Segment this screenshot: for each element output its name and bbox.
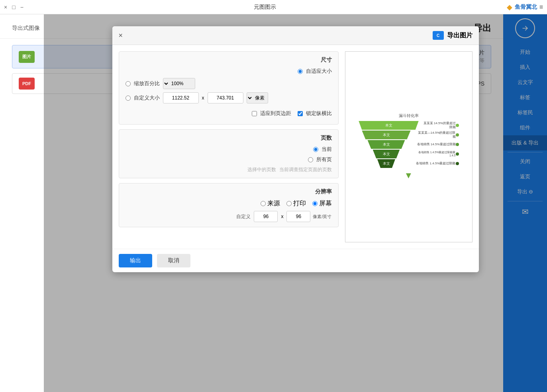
page-grey-text-1: 选择中的页数 (247, 166, 276, 173)
size-section: 尺寸 自适应大小 100% 50% 200% 缩放百分比 (119, 51, 339, 125)
funnel-label-4: 各地销售 1.4.5%量超过限额量 1.4.5 (416, 151, 456, 158)
funnel-label-2: 某某某—14.5%的量超过限额 (416, 131, 456, 138)
export-button[interactable]: 输出 (119, 254, 152, 267)
custom-size-label: 自定义大小 (134, 94, 160, 101)
title-bar: × □ − 元图图示 ◆ 鱼骨冀北 ≡ (0, 0, 547, 14)
dpi-custom-row: 像素/英寸 x 自定义 (125, 211, 332, 222)
current-page-row[interactable]: 当前 (125, 146, 332, 153)
modal-header: 导出图片 C × (112, 26, 479, 45)
all-pages-radio[interactable] (308, 157, 313, 162)
maximize-button[interactable]: □ (12, 4, 15, 10)
size-section-title: 尺寸 (125, 57, 332, 64)
lock-ratio-checkbox[interactable] (298, 111, 303, 116)
funnel-row-2: 某某某—14.5%的量超过限额 本文 (357, 131, 461, 139)
dpi-x-group: 像素/英寸 (286, 211, 331, 222)
funnel-chart: 某某某 14.5%的量超过限额 本文 某某某—14.5%的量超过限额 本文 (355, 121, 463, 181)
scale-input-row[interactable]: 100% 50% 200% 缩放百分比 (125, 78, 332, 89)
custom-dpi-label: 自定义 (236, 213, 251, 220)
funnel-dot-1 (456, 124, 459, 127)
screen-dpi-group[interactable]: 屏幕 (312, 199, 332, 208)
pixels-per-inch-label: 像素/英寸 (313, 214, 331, 220)
pdf-option-icon: PDF (19, 78, 35, 90)
dpi-y-group (254, 211, 278, 222)
logo-menu-icon[interactable]: ≡ (539, 4, 543, 11)
modal-title-icon: C (433, 31, 444, 40)
adaptive-size-row[interactable]: 自适应大小 (125, 68, 332, 75)
window-title: 元图图示 (24, 4, 507, 11)
pages-section: 页数 当前 所有页 当前调查指定页面的页数 选择中的页数 (119, 129, 339, 178)
modal-body: 漏斗转化率 某某某 14.5%的量超过限额 本文 (112, 45, 479, 249)
funnel-bar-wrap-5: 本文 (357, 159, 416, 168)
funnel-row-4: 各地销售 1.4.5%量超过限额量 1.4.5 本文 (357, 150, 461, 158)
lock-ratio-row[interactable]: 锁定纵横比 (298, 110, 332, 117)
dpi-section-title: 分辨率 (125, 188, 332, 195)
funnel-bar-1: 本文 (357, 121, 421, 130)
fit-margin-label: 适应到页边距 (260, 110, 291, 117)
funnel-bar-wrap-2: 本文 (357, 131, 416, 139)
checkbox-group: 锁定纵横比 适应到页边距 (125, 110, 332, 119)
minimize-button[interactable]: − (20, 4, 24, 10)
all-pages-row[interactable]: 所有页 (125, 156, 332, 163)
logo-text: 鱼骨冀北 (515, 4, 537, 11)
funnel-label-1: 某某某 14.5%的量超过限额 (421, 121, 456, 129)
adaptive-size-label: 自适应大小 (306, 68, 332, 75)
funnel-bar-3: 本文 (367, 140, 406, 149)
dpi-section: 分辨率 屏幕 打印 来源 (119, 183, 339, 227)
funnel-row-3: 各地销售 14.5%量超过限额 本文 (357, 140, 461, 149)
export-subtitle: 导出式图像 (12, 25, 40, 32)
custom-size-row: 像素 x 自定义大小 (125, 92, 332, 107)
screen-dpi-label: 屏幕 (319, 199, 332, 208)
size-unit-select[interactable]: 像素 (247, 92, 268, 103)
close-button[interactable]: × (4, 4, 7, 10)
pages-section-title: 页数 (125, 135, 332, 142)
funnel-bar-wrap-4: 本文 (357, 150, 416, 158)
funnel-label-5: 各地销售 1.4.5%量超过限额 (416, 162, 456, 166)
window-controls[interactable]: × □ − (4, 4, 24, 10)
funnel-bar-4: 本文 (372, 150, 401, 158)
pages-extra-row: 当前调查指定页面的页数 选择中的页数 (125, 166, 332, 173)
funnel-dot-3 (456, 143, 459, 146)
fit-margin-checkbox[interactable] (252, 111, 257, 116)
page-grey-text-2: 当前调查指定页面的页数 (279, 166, 332, 173)
lock-ratio-label: 锁定纵横比 (306, 110, 332, 117)
adaptive-size-radio[interactable] (298, 69, 303, 74)
current-page-radio[interactable] (313, 147, 318, 152)
dpi-separator: x (281, 214, 283, 219)
funnel-bar-wrap-1: 本文 (357, 121, 421, 130)
custom-size-radio[interactable] (125, 96, 131, 101)
print-dpi-group[interactable]: 打印 (286, 199, 306, 208)
funnel-bar-wrap-3: 本文 (357, 140, 416, 149)
width-input[interactable] (163, 92, 199, 103)
source-dpi-radio[interactable] (261, 201, 266, 206)
scale-select[interactable]: 100% 50% 200% (163, 78, 195, 89)
funnel-dot-4 (456, 152, 459, 156)
scale-radio[interactable] (125, 81, 131, 86)
funnel-arrow: ▼ (404, 170, 413, 181)
funnel-row-5: 各地销售 1.4.5%量超过限额 本文 (357, 159, 461, 168)
funnel-bar-2: 本文 (361, 131, 412, 139)
settings-panel: 尺寸 自适应大小 100% 50% 200% 缩放百分比 (119, 51, 339, 242)
height-input[interactable] (208, 92, 243, 103)
modal-close-button[interactable]: × (119, 31, 123, 40)
funnel-dot-5 (456, 162, 459, 165)
image-option-icon: 图片 (19, 51, 35, 63)
dpi-options-row: 屏幕 打印 来源 (125, 199, 332, 208)
screen-dpi-radio[interactable] (312, 201, 318, 206)
fit-margin-row[interactable]: 适应到页边距 (252, 110, 291, 117)
logo-diamond-icon: ◆ (507, 3, 512, 12)
cancel-button[interactable]: 取消 (157, 254, 190, 267)
modal-title: 导出图片 C (433, 31, 472, 40)
custom-size-input-row[interactable]: 像素 x 自定义大小 (125, 92, 332, 103)
all-pages-label: 所有页 (316, 156, 332, 163)
funnel-label-3: 各地销售 14.5%量超过限额 (416, 142, 456, 146)
modal-title-text: 导出图片 (447, 31, 472, 40)
scale-row: 100% 50% 200% 缩放百分比 (125, 78, 332, 89)
funnel-chart-title: 漏斗转化率 (355, 113, 463, 119)
dpi-x-input[interactable] (286, 211, 310, 222)
source-dpi-group[interactable]: 来源 (261, 199, 280, 208)
source-dpi-label: 来源 (267, 199, 280, 208)
print-dpi-radio[interactable] (286, 201, 292, 206)
print-dpi-label: 打印 (293, 199, 306, 208)
dpi-y-input[interactable] (254, 211, 278, 222)
funnel-bar-5: 本文 (377, 159, 396, 168)
